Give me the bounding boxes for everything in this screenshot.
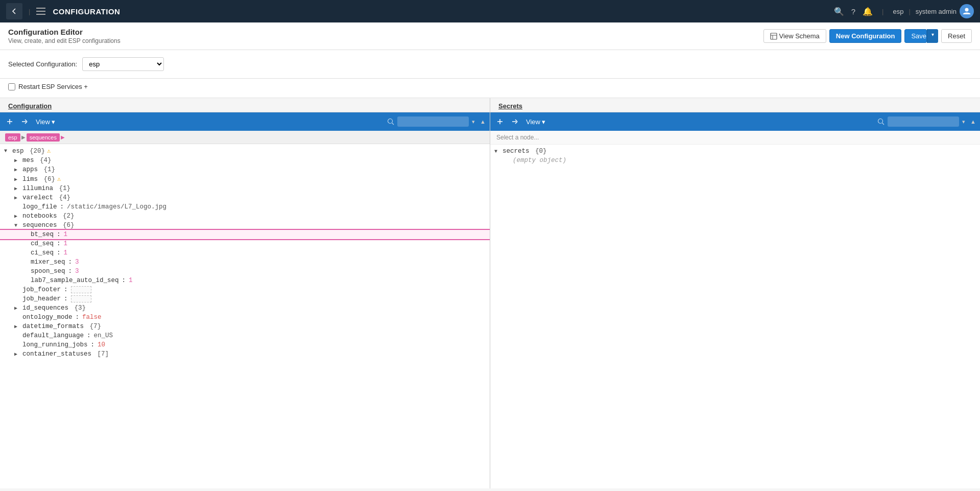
- tree-node-apps[interactable]: ▶ apps {1}: [0, 165, 490, 174]
- tree-node-job-footer[interactable]: ▶ job_footer :: [0, 285, 490, 294]
- secrets-tree-toolbar: View ▾ ▾ ▲: [490, 112, 980, 131]
- secrets-view-arrow: ▾: [542, 118, 545, 126]
- secrets-toolbar-add-child[interactable]: [509, 117, 520, 126]
- toggle-lims[interactable]: ▶: [14, 176, 20, 182]
- view-schema-label: View Schema: [779, 32, 820, 40]
- val-spoon-seq: 3: [75, 268, 79, 275]
- tree-node-datetime-formats[interactable]: ▶ datetime_formats {7}: [0, 322, 490, 331]
- tree-node-job-header[interactable]: ▶ job_header :: [0, 294, 490, 303]
- count-apps: {1}: [40, 166, 55, 173]
- toggle-esp[interactable]: ▼: [4, 148, 10, 154]
- restart-checkbox[interactable]: [8, 83, 15, 90]
- key-default-language: default_language: [22, 332, 84, 339]
- tree-node-lab7-seq[interactable]: ▶ lab7_sample_auto_id_seq : 1: [0, 276, 490, 285]
- tree-node-container-statuses[interactable]: ▶ container_statuses [7]: [0, 349, 490, 359]
- config-toolbar-add-child[interactable]: [18, 117, 30, 126]
- config-selector-label: Selected Configuration:: [8, 60, 77, 68]
- save-button[interactable]: Save: [904, 29, 927, 43]
- tree-node-varelect[interactable]: ▶ varelect {4}: [0, 193, 490, 202]
- tree-node-ci-seq[interactable]: ▶ ci_seq : 1: [0, 248, 490, 258]
- new-configuration-button[interactable]: New Configuration: [829, 29, 902, 43]
- tree-node-long-running-jobs[interactable]: ▶ long_running_jobs : 10: [0, 340, 490, 349]
- key-varelect: varelect: [22, 194, 53, 201]
- tree-node-cd-seq[interactable]: ▶ cd_seq : 1: [0, 239, 490, 248]
- secrets-filter-icon[interactable]: ▾: [962, 119, 965, 125]
- bc-sequences[interactable]: sequences: [27, 133, 60, 142]
- config-toolbar-add-sibling[interactable]: [4, 117, 15, 126]
- toggle-mes[interactable]: ▶: [14, 157, 20, 163]
- tree-node-sequences[interactable]: ▼ sequences {6}: [0, 221, 490, 230]
- secrets-search-input[interactable]: [888, 116, 959, 127]
- nav-left: | CONFIGURATION: [6, 3, 120, 19]
- toggle-apps[interactable]: ▶: [14, 167, 20, 173]
- toggle-id-sequences[interactable]: ▶: [14, 305, 20, 311]
- secrets-heading[interactable]: Secrets: [490, 98, 980, 112]
- reset-button[interactable]: Reset: [941, 29, 972, 43]
- toggle-illumina[interactable]: ▶: [14, 185, 20, 192]
- val-ontology-mode: false: [82, 314, 102, 321]
- tree-node-lims[interactable]: ▶ lims {6} ⚠: [0, 174, 490, 184]
- toggle-secrets[interactable]: ▼: [494, 149, 500, 154]
- tree-node-illumina[interactable]: ▶ illumina {1}: [0, 184, 490, 193]
- config-view-button[interactable]: View ▾: [33, 117, 58, 127]
- help-icon[interactable]: ?: [851, 7, 855, 16]
- bc-esp[interactable]: esp: [5, 133, 20, 142]
- svg-point-3: [965, 8, 969, 12]
- toggle-container-statuses[interactable]: ▶: [14, 351, 20, 357]
- tree-node-ontology-mode[interactable]: ▶ ontology_mode : false: [0, 313, 490, 322]
- tree-node-logo-file[interactable]: ▶ logo_file : /static/images/L7_Logo.jpg: [0, 202, 490, 212]
- key-illumina: illumina: [22, 185, 53, 192]
- toggle-notebooks[interactable]: ▶: [14, 213, 20, 219]
- nav-divider2: |: [909, 8, 910, 15]
- tree-node-default-language[interactable]: ▶ default_language : en_US: [0, 331, 490, 340]
- svg-rect-2: [36, 14, 45, 15]
- val-long-running-jobs: 10: [98, 341, 105, 348]
- colon-ontology-mode: :: [76, 314, 80, 321]
- tree-node-bt-seq[interactable]: ▶ bt_seq : 1: [0, 230, 490, 239]
- save-button-group: Save ▾: [904, 29, 938, 43]
- page-header: Configuration Editor View, create, and e…: [0, 22, 980, 50]
- count-datetime-formats: {7}: [86, 323, 101, 330]
- colon-job-footer: :: [64, 286, 68, 293]
- config-collapse-icon[interactable]: ▲: [480, 119, 486, 125]
- bell-icon[interactable]: 🔔: [863, 7, 873, 16]
- key-ontology-mode: ontology_mode: [22, 314, 73, 321]
- key-lims: lims: [22, 176, 38, 183]
- val-default-language: en_US: [94, 332, 113, 339]
- secrets-toolbar-add-sibling[interactable]: [494, 117, 506, 126]
- restart-label[interactable]: Restart ESP Services +: [8, 83, 972, 90]
- config-select[interactable]: esp default custom: [82, 57, 164, 71]
- toggle-sequences[interactable]: ▼: [14, 223, 20, 228]
- tree-node-secrets[interactable]: ▼ secrets {0}: [490, 147, 980, 156]
- colon-default-language: :: [87, 332, 91, 339]
- toggle-datetime-formats[interactable]: ▶: [14, 323, 20, 330]
- svg-line-13: [392, 123, 394, 125]
- nav-back-button[interactable]: [6, 3, 22, 19]
- val-secrets-empty: (empty object): [513, 157, 566, 164]
- key-mixer-seq: mixer_seq: [31, 259, 65, 266]
- tree-node-spoon-seq[interactable]: ▶ spoon_seq : 3: [0, 267, 490, 276]
- config-search-input[interactable]: [397, 116, 469, 127]
- avatar: [960, 4, 974, 18]
- restart-text: Restart ESP Services +: [18, 83, 88, 90]
- count-illumina: {1}: [55, 185, 70, 192]
- secrets-collapse-icon[interactable]: ▲: [970, 119, 976, 125]
- tree-node-notebooks[interactable]: ▶ notebooks {2}: [0, 212, 490, 221]
- view-schema-button[interactable]: View Schema: [763, 29, 826, 43]
- val-mixer-seq: 3: [75, 259, 79, 266]
- toggle-varelect[interactable]: ▶: [14, 195, 20, 201]
- search-icon[interactable]: 🔍: [834, 7, 844, 16]
- tree-node-esp[interactable]: ▼ esp {20} ⚠: [0, 146, 490, 156]
- count-mes: {4}: [36, 157, 52, 164]
- secrets-view-button[interactable]: View ▾: [523, 117, 548, 127]
- count-lims: {6}: [40, 176, 55, 183]
- tree-node-mixer-seq[interactable]: ▶ mixer_seq : 3: [0, 258, 490, 267]
- tree-node-id-sequences[interactable]: ▶ id_sequences {3}: [0, 303, 490, 313]
- save-dropdown-arrow[interactable]: ▾: [927, 29, 938, 43]
- page-title: Configuration Editor: [8, 28, 121, 36]
- config-filter-icon[interactable]: ▾: [472, 119, 475, 125]
- tree-node-mes[interactable]: ▶ mes {4}: [0, 156, 490, 165]
- config-search-icon: [387, 118, 394, 125]
- configuration-heading[interactable]: Configuration: [0, 98, 490, 112]
- secrets-hint: Select a node...: [490, 131, 980, 145]
